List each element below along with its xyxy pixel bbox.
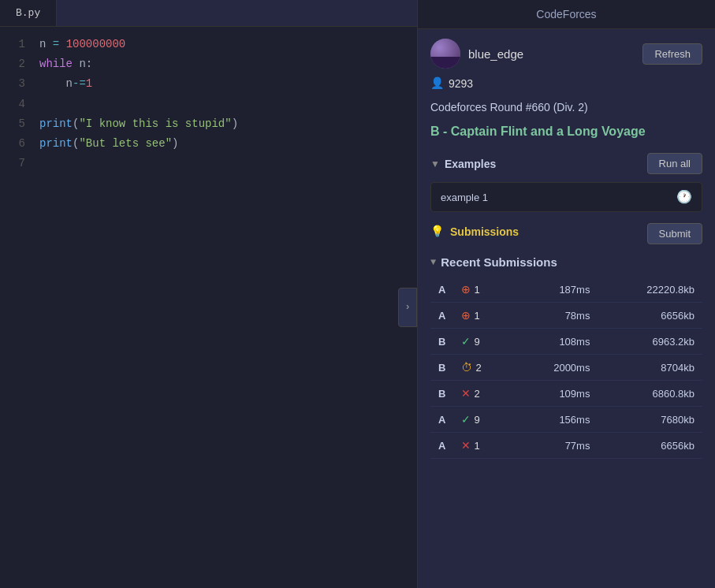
refresh-button[interactable]: Refresh bbox=[642, 43, 702, 65]
submission-time: 108ms bbox=[512, 329, 598, 355]
recent-submissions-title: Recent Submissions bbox=[441, 255, 557, 269]
line-number: 1 bbox=[6, 35, 25, 54]
submission-time: 109ms bbox=[512, 381, 598, 407]
submission-memory: 6656kb bbox=[598, 303, 702, 329]
line-number: 6 bbox=[6, 134, 25, 154]
submission-status-num: 1 bbox=[474, 440, 479, 452]
editor-tab-bar: B.py bbox=[0, 0, 417, 27]
code-line bbox=[39, 154, 409, 173]
status-icon-error: ⊕ bbox=[461, 309, 471, 322]
table-row[interactable]: B ⏱ 2 2000ms 8704kb bbox=[430, 355, 702, 381]
code-line bbox=[39, 95, 409, 114]
submission-status: ⏱ 2 bbox=[453, 355, 512, 381]
status-icon-error: ⊕ bbox=[461, 283, 471, 296]
submit-row: 💡 Submissions Submit bbox=[430, 223, 702, 244]
table-row[interactable]: A ✕ 1 77ms 6656kb bbox=[430, 433, 702, 459]
line-number: 5 bbox=[6, 114, 25, 134]
submission-memory: 8704kb bbox=[598, 355, 702, 381]
recent-submissions-header: ▼ Recent Submissions bbox=[430, 255, 702, 269]
submission-status-num: 2 bbox=[475, 362, 481, 374]
examples-chevron-icon[interactable]: ▼ bbox=[430, 158, 440, 169]
submission-problem: A bbox=[430, 277, 453, 303]
editor-wrapper: 1234567 n = 100000000while n: n-=1 print… bbox=[0, 27, 417, 588]
examples-section-header: ▼ Examples Run all bbox=[430, 153, 702, 174]
table-row[interactable]: A ⊕ 1 187ms 22220.8kb bbox=[430, 277, 702, 303]
status-icon-ok: ✓ bbox=[461, 335, 471, 348]
cf-panel-header: CodeForces bbox=[418, 0, 715, 29]
submissions-label-text: Submissions bbox=[450, 225, 519, 238]
line-numbers: 1234567 bbox=[0, 35, 32, 580]
example1-row[interactable]: example 1 🕐 bbox=[430, 182, 702, 212]
submission-status: ⊕ 1 bbox=[453, 277, 512, 303]
status-icon-ok: ✓ bbox=[461, 413, 471, 426]
submission-problem: A bbox=[430, 433, 453, 459]
submission-memory: 6963.2kb bbox=[598, 329, 702, 355]
submission-status: ✕ 1 bbox=[453, 433, 512, 459]
submission-memory: 6656kb bbox=[598, 433, 702, 459]
rating-row: 👤 9293 bbox=[430, 76, 702, 90]
line-number: 3 bbox=[6, 74, 25, 94]
submission-problem: B bbox=[430, 381, 453, 407]
submission-problem: B bbox=[430, 329, 453, 355]
editor-content: 1234567 n = 100000000while n: n-=1 print… bbox=[0, 27, 417, 588]
examples-label: Examples bbox=[445, 158, 496, 170]
rating-icon: 👤 bbox=[430, 76, 444, 90]
submission-problem: A bbox=[430, 303, 453, 329]
code-line: print("But lets see") bbox=[39, 134, 409, 154]
table-row[interactable]: A ⊕ 1 78ms 6656kb bbox=[430, 303, 702, 329]
submission-status: ⊕ 1 bbox=[453, 303, 512, 329]
submission-memory: 7680kb bbox=[598, 407, 702, 433]
submission-status-num: 1 bbox=[474, 310, 479, 322]
submission-status: ✕ 2 bbox=[453, 381, 512, 407]
table-row[interactable]: B ✓ 9 108ms 6963.2kb bbox=[430, 329, 702, 355]
avatar bbox=[430, 39, 460, 69]
status-icon-wrong: ✕ bbox=[461, 439, 471, 452]
status-icon-time: ⏱ bbox=[461, 361, 472, 374]
submissions-label-row: 💡 Submissions bbox=[430, 225, 519, 238]
submission-problem: B bbox=[430, 355, 453, 381]
submission-time: 78ms bbox=[512, 303, 598, 329]
submission-status-num: 1 bbox=[474, 284, 479, 296]
clock-icon: 🕐 bbox=[676, 189, 692, 205]
submission-time: 77ms bbox=[512, 433, 598, 459]
cf-body: blue_edge Refresh 👤 9293 Codeforces Roun… bbox=[418, 29, 715, 588]
submission-memory: 22220.8kb bbox=[598, 277, 702, 303]
avatar-image bbox=[430, 39, 460, 69]
table-row[interactable]: A ✓ 9 156ms 7680kb bbox=[430, 407, 702, 433]
submission-time: 2000ms bbox=[512, 355, 598, 381]
user-row: blue_edge Refresh bbox=[430, 39, 702, 69]
bulb-icon: 💡 bbox=[430, 225, 444, 238]
username: blue_edge bbox=[468, 47, 642, 61]
recent-chevron-icon[interactable]: ▼ bbox=[430, 257, 436, 268]
submission-time: 187ms bbox=[512, 277, 598, 303]
collapse-panel-button[interactable]: › bbox=[398, 288, 417, 327]
submission-status: ✓ 9 bbox=[453, 329, 512, 355]
rating-number: 9293 bbox=[449, 77, 473, 90]
code-line: n-=1 bbox=[39, 74, 409, 94]
submission-time: 156ms bbox=[512, 407, 598, 433]
line-number: 4 bbox=[6, 95, 25, 114]
examples-label-row: ▼ Examples bbox=[430, 158, 496, 170]
line-number: 2 bbox=[6, 54, 25, 74]
cf-panel: CodeForces blue_edge Refresh 👤 9293 Code… bbox=[418, 0, 715, 588]
code-line: while n: bbox=[39, 54, 409, 74]
line-number: 7 bbox=[6, 154, 25, 173]
submission-problem: A bbox=[430, 407, 453, 433]
submission-status-num: 9 bbox=[474, 336, 479, 348]
code-line: print("I know this is stupid") bbox=[39, 114, 409, 134]
problem-title: B - Captain Flint and a Long Voyage bbox=[430, 123, 702, 140]
submission-memory: 6860.8kb bbox=[598, 381, 702, 407]
submissions-table: A ⊕ 1 187ms 22220.8kb A ⊕ 1 78ms 6656kb … bbox=[430, 277, 702, 459]
submission-status-num: 9 bbox=[474, 414, 479, 426]
contest-title: Codeforces Round #660 (Div. 2) bbox=[430, 101, 702, 114]
submit-button[interactable]: Submit bbox=[647, 223, 702, 244]
submission-status: ✓ 9 bbox=[453, 407, 512, 433]
example1-label: example 1 bbox=[441, 192, 488, 203]
submission-status-num: 2 bbox=[474, 388, 479, 400]
code-area[interactable]: n = 100000000while n: n-=1 print("I know… bbox=[32, 35, 417, 580]
editor-panel: B.py 1234567 n = 100000000while n: n-=1 … bbox=[0, 0, 418, 588]
code-line: n = 100000000 bbox=[39, 35, 409, 54]
editor-tab[interactable]: B.py bbox=[0, 0, 57, 26]
run-all-button[interactable]: Run all bbox=[647, 153, 702, 174]
table-row[interactable]: B ✕ 2 109ms 6860.8kb bbox=[430, 381, 702, 407]
